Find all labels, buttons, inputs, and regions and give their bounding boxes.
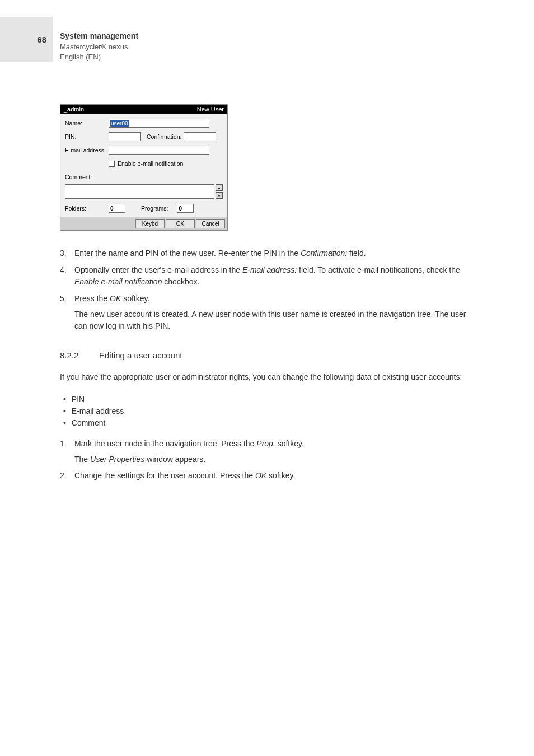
label-pin: PIN: [65,133,109,140]
step-ital: Enable e-mail notification [74,277,162,286]
step-text: field. To activate e-mail notifications,… [297,265,460,274]
step-4: 4. Optionally enter the user's e-mail ad… [60,264,474,288]
step-text: Change the settings for the user account… [74,471,255,480]
step-num: 2. [60,470,74,482]
email-input[interactable] [109,146,209,155]
new-user-dialog: _admin New User Name: user00 PIN: Confir… [60,104,228,231]
step-ital: E-mail address: [242,265,297,274]
folders-value: 0 [110,206,114,212]
enable-email-checkbox[interactable] [109,161,115,167]
bullet-item: E-mail address [71,405,474,417]
step-text: Press the [74,294,110,303]
step-text: softkey. [275,439,304,448]
page-header: System management Mastercycler® nexus En… [60,31,138,62]
step-text: field. [347,249,366,258]
page-number-tab: 68 [0,17,53,62]
section-title: Editing a user account [99,351,182,360]
step-ital: Confirmation: [301,249,347,258]
step-text: softkey. [266,471,295,480]
step-1: 1. Mark the user node in the navigation … [60,438,474,465]
step-5: 5. Press the OK softkey. The new user ac… [60,293,474,333]
header-product: Mastercycler® nexus [60,42,138,52]
label-name: Name: [65,120,109,127]
step-num: 3. [60,248,74,260]
step-2: 2. Change the settings for the user acco… [60,470,474,482]
cancel-button[interactable]: Cancel [196,219,225,228]
keybd-button[interactable]: Keybd [135,219,165,228]
confirmation-input[interactable] [184,132,216,141]
comment-scroll-up[interactable]: ▲ [216,184,223,191]
step-ital: OK [255,471,266,480]
step-ital: User Properties [90,455,144,464]
label-comment: Comment: [65,174,109,180]
label-confirmation: Confirmation: [147,133,181,140]
name-input[interactable]: user00 [109,119,209,128]
step-text: The [74,455,90,464]
bullet-item: PIN [71,394,474,405]
label-enable-email: Enable e-mail notification [118,160,183,167]
step-text: Enter the name and PIN of the new user. … [74,249,301,258]
step-num: 4. [60,264,74,288]
dialog-title-right: New User [197,106,224,113]
label-folders: Folders: [65,205,109,212]
header-lang: English (EN) [60,52,138,62]
label-programs: Programs: [141,205,168,212]
instructions-block-2: 1. Mark the user node in the navigation … [60,438,474,482]
name-value: user00 [110,120,129,127]
step-text: window appears. [144,455,205,464]
section-heading: 8.2.2 Editing a user account [60,351,474,360]
section-number: 8.2.2 [60,351,99,360]
ok-button[interactable]: OK [166,219,195,228]
instructions-block-1: 3. Enter the name and PIN of the new use… [60,248,474,333]
programs-input[interactable]: 0 [177,204,194,213]
intro-paragraph: If you have the appropriate user or admi… [60,371,474,384]
step-text: checkbox. [162,277,199,286]
programs-value: 0 [179,206,182,212]
step-text: Mark the user node in the navigation tre… [74,439,256,448]
pin-input[interactable] [109,132,141,141]
dialog-title-left: _admin [64,106,84,113]
step-num: 1. [60,438,74,465]
step-ital: OK [110,294,121,303]
header-title: System management [60,31,138,42]
dialog-titlebar: _admin New User [60,105,227,114]
step-num: 5. [60,293,74,333]
step-text: Optionally enter the user's e-mail addre… [74,265,242,274]
page-number: 68 [37,35,46,44]
comment-input[interactable] [65,184,214,199]
step-text: softkey. [121,294,149,303]
label-email: E-mail address: [65,147,109,153]
comment-scroll-down[interactable]: ▼ [216,192,223,199]
bullet-item: Comment [71,417,474,429]
bullet-list: PIN E-mail address Comment [60,394,474,429]
step-3: 3. Enter the name and PIN of the new use… [60,248,474,260]
step-para: The new user account is created. A new u… [74,309,474,333]
step-ital: Prop. [256,439,275,448]
folders-input[interactable]: 0 [109,204,125,213]
